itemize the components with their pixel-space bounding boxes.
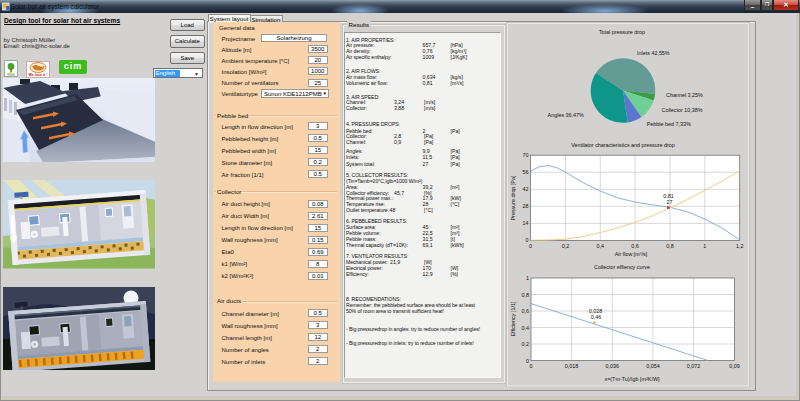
svg-text:Collector 10,38%: Collector 10,38%: [662, 107, 703, 113]
svg-text:Angles 36,47%: Angles 36,47%: [548, 112, 584, 118]
svg-text:0,4: 0,4: [522, 325, 530, 331]
svg-text:Air flow [m³/s]: Air flow [m³/s]: [615, 251, 648, 257]
svg-text:x=(Tm-Tu)/Igb [m²K/W]: x=(Tm-Tu)/Igb [m²K/W]: [604, 376, 660, 382]
svg-text:Total pressure drop: Total pressure drop: [599, 29, 645, 35]
svg-text:1,2: 1,2: [736, 243, 744, 249]
svg-text:0,8: 0,8: [666, 243, 674, 249]
svg-text:Ventilator characteristics and: Ventilator characteristics and pressure …: [571, 142, 675, 148]
svg-text:0: 0: [526, 358, 529, 364]
svg-text:0,4: 0,4: [597, 243, 605, 249]
svg-text:28: 28: [523, 203, 529, 209]
svg-text:Verein: Verein: [7, 73, 15, 76]
svg-text:56: 56: [523, 169, 529, 175]
svg-text:0: 0: [529, 243, 532, 249]
svg-text:0,2: 0,2: [562, 243, 570, 249]
svg-text:0,6: 0,6: [631, 243, 639, 249]
svg-text:We love it !: We love it !: [28, 73, 47, 77]
svg-text:0,018: 0,018: [565, 363, 579, 369]
svg-text:14: 14: [523, 220, 529, 226]
svg-text:70: 70: [523, 152, 529, 158]
svg-text:Channel 3,25%: Channel 3,25%: [666, 92, 703, 98]
svg-text:1: 1: [526, 275, 529, 281]
svg-text:0,8: 0,8: [522, 292, 530, 298]
svg-text:1: 1: [703, 243, 706, 249]
svg-text:Inlets 42,55%: Inlets 42,55%: [637, 50, 670, 56]
svg-text:0: 0: [530, 363, 533, 369]
svg-text:0,09: 0,09: [729, 363, 740, 369]
svg-text:27: 27: [667, 199, 673, 205]
svg-text:Pebble bed 7,33%: Pebble bed 7,33%: [647, 121, 691, 127]
svg-text:42: 42: [523, 186, 529, 192]
svg-text:0,46: 0,46: [591, 314, 602, 320]
svg-text:0,2: 0,2: [522, 341, 530, 347]
svg-text:0,072: 0,072: [687, 363, 701, 369]
svg-text:0,036: 0,036: [606, 363, 620, 369]
svg-text:0,028: 0,028: [589, 308, 603, 314]
svg-text:0,054: 0,054: [646, 363, 660, 369]
svg-text:0,6: 0,6: [522, 308, 530, 314]
svg-text:Efficiency [1/1]: Efficiency [1/1]: [510, 301, 516, 336]
svg-text:0: 0: [526, 237, 529, 243]
svg-text:Pressure drop [Pa]: Pressure drop [Pa]: [510, 175, 516, 220]
svg-text:Collector effiency curve: Collector effiency curve: [594, 264, 650, 270]
